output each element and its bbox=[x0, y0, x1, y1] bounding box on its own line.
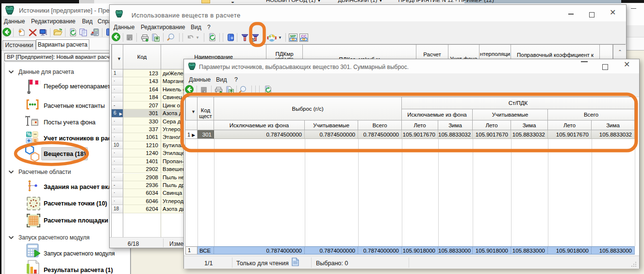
svg-text:Σ: Σ bbox=[252, 37, 255, 42]
svg-text:MP: MP bbox=[290, 34, 297, 38]
svg-text:CC: CC bbox=[301, 34, 307, 38]
svg-text:ЭКО: ЭКО bbox=[189, 63, 195, 66]
svg-text:ЭКО: ЭКО bbox=[116, 10, 122, 13]
svg-text:x: x bbox=[231, 36, 233, 39]
svg-text:ЭКО: ЭКО bbox=[6, 6, 13, 9]
svg-text:%: % bbox=[27, 132, 31, 137]
